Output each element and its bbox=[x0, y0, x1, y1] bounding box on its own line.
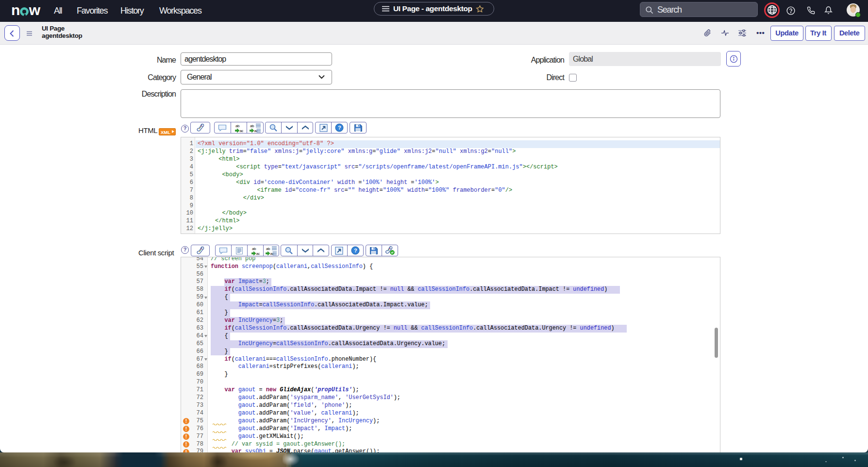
svg-text:ab: ab bbox=[252, 246, 256, 250]
svg-text:ab: ab bbox=[235, 123, 240, 128]
svg-text:ab: ab bbox=[266, 246, 270, 250]
svg-text:ac: ac bbox=[240, 128, 244, 133]
svg-text:ab: ab bbox=[250, 123, 254, 128]
svg-text:?: ? bbox=[338, 125, 341, 131]
svg-text:ac: ac bbox=[256, 251, 260, 255]
svg-text:?: ? bbox=[354, 248, 357, 253]
